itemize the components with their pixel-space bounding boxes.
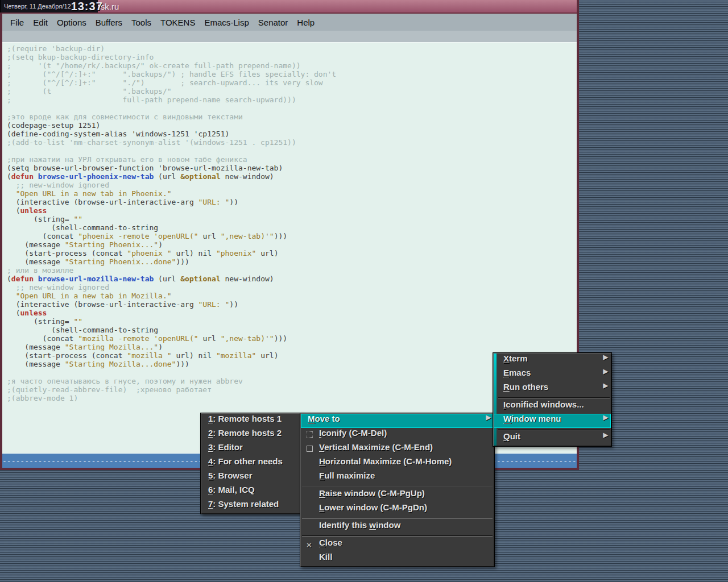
desktop: { "colors":{"desktop":"#52657a","emacs_f… <box>0 0 728 582</box>
menu-separator <box>302 535 493 537</box>
menubar-edit[interactable]: Edit <box>28 18 52 27</box>
line: (unless <box>7 206 577 215</box>
menu-item-quit[interactable]: Quit▶ <box>494 431 611 446</box>
submenu-arrow-icon: ▶ <box>603 431 608 439</box>
line: (start-process (concat "phoenix " url) n… <box>7 249 577 257</box>
menu-item-label: Quit <box>503 431 520 441</box>
menubar-tools[interactable]: Tools <box>127 18 156 27</box>
menu-item-lower-window[interactable]: Lower window (C-M-PgDn) <box>301 502 494 517</box>
menu-item-label: 4: For other needs <box>208 456 283 466</box>
menubar-help[interactable]: Help <box>292 18 319 27</box>
menubar-file[interactable]: File <box>6 18 28 27</box>
line <box>7 402 577 411</box>
menu-item-kill[interactable]: Kill <box>301 552 494 566</box>
line: ;(require 'backup-dir) <box>7 44 577 53</box>
menu-item-label: Lower window (C-M-PgDn) <box>319 502 427 512</box>
menu-item-label: Iconified windows... <box>503 400 584 409</box>
line <box>7 368 577 377</box>
window-ops-menu: Move to▶Iconify (C-M-Del)Vertical Maximi… <box>300 413 495 567</box>
menu-item-for-other-needs[interactable]: 4: For other needs <box>201 456 301 471</box>
menu-item-browser[interactable]: 5: Browser <box>201 471 301 485</box>
line <box>7 104 577 113</box>
vmax-icon <box>307 446 313 452</box>
submenu-arrow-icon: ▶ <box>603 354 608 361</box>
menu-item-identify-this-window[interactable]: Identify this window <box>301 520 494 534</box>
line: (string= "" <box>7 215 577 223</box>
menu-item-xterm[interactable]: Xterm▶ <box>494 354 611 368</box>
menu-item-iconified-windows[interactable]: Iconified windows... <box>494 400 611 414</box>
menu-item-close[interactable]: Close <box>301 538 494 552</box>
line: (message "Starting Phoenix...done"))) <box>7 257 577 266</box>
menu-item-label: Emacs <box>503 368 531 377</box>
line: ;(setq bkup-backup-directory-info <box>7 53 577 61</box>
menu-item-label: Run others <box>503 382 548 392</box>
line: ;я часто опечатываюсь в гнусе, поэтому и… <box>7 377 577 385</box>
menu-item-label: Window menu <box>503 414 561 423</box>
emacs-buffer[interactable]: ;(require 'backup-dir);(setq bkup-backup… <box>2 43 577 454</box>
line: ; full-path prepend-name search-upward))… <box>7 95 577 104</box>
line: (setq browse-url-browser-function 'brows… <box>7 164 577 172</box>
menu-item-label: Raise window (C-M-PgUp) <box>319 488 425 498</box>
menu-item-move-to[interactable]: Move to▶ <box>301 414 494 428</box>
menu-item-label: Xterm <box>503 354 528 363</box>
menu-item-label: 3: Editor <box>208 442 243 452</box>
line: (concat "phoenix -remote 'openURL(" url … <box>7 232 577 240</box>
menu-item-vertical-maximize[interactable]: Vertical Maximize (C-M-End) <box>301 442 494 456</box>
menu-separator <box>498 429 610 430</box>
menu-item-horizontal-maximize[interactable]: Horizontal Maximize (C-M-Home) <box>301 456 494 471</box>
line: ;(abbrev-mode 1) <box>7 394 577 402</box>
line: ; '(t "/home/rk/.backups/" ok-create ful… <box>7 61 577 70</box>
menu-item-remote-hosts-1[interactable]: 1: Remote hosts 1 <box>201 414 301 428</box>
menu-item-editor[interactable]: 3: Editor <box>201 442 301 456</box>
menu-item-label: Vertical Maximize (C-M-End) <box>319 442 433 452</box>
menu-separator <box>498 397 610 398</box>
menu-item-label: Iconify (C-M-Del) <box>319 428 387 438</box>
line: (shell-command-to-string <box>7 326 577 334</box>
emacs-toolbar-strip <box>2 31 577 43</box>
line: ;это вроде как для совместимости с виндо… <box>7 113 577 121</box>
line: (codepage-setup 1251) <box>7 121 577 130</box>
line: ; (t ".backups/" <box>7 87 577 95</box>
menu-item-run-others[interactable]: Run others▶ <box>494 382 611 396</box>
submenu-arrow-icon: ▶ <box>603 414 608 421</box>
line: (message "Starting Phoenix...") <box>7 240 577 249</box>
menubar-tokens[interactable]: TOKENS <box>156 18 200 27</box>
submenu-arrow-icon: ▶ <box>603 382 608 389</box>
menu-item-mail-icq[interactable]: 6: Mail, ICQ <box>201 485 301 499</box>
line: "Open URL in a new tab in Phoenix." <box>7 189 577 198</box>
menu-item-label: 1: Remote hosts 1 <box>208 414 282 423</box>
menu-item-raise-window[interactable]: Raise window (C-M-PgUp) <box>301 488 494 502</box>
line: "Open URL in a new tab in Mozilla." <box>7 292 577 300</box>
menubar-buffers[interactable]: Buffers <box>91 18 127 27</box>
line: ;; new-window ignored <box>7 181 577 189</box>
quick-launch-menu: 1: Remote hosts 12: Remote hosts 23: Edi… <box>200 413 303 514</box>
menu-separator <box>302 486 493 487</box>
emacs-menubar: FileEditOptionsBuffersToolsTOKENSEmacs-L… <box>2 13 577 31</box>
line: ;(add-to-list 'mm-charset-synonym-alist … <box>7 138 577 147</box>
line: (string= "" <box>7 317 577 326</box>
line: ;при нажатии на УРЛ открывать его в ново… <box>7 155 577 164</box>
clock-date: Четверг, 11 Декабря/12 <box>4 3 71 10</box>
menubar-emacs-lisp[interactable]: Emacs-Lisp <box>200 18 253 27</box>
menu-separator <box>302 518 493 519</box>
close-icon <box>307 538 313 544</box>
menu-item-label: Horizontal Maximize (C-M-Home) <box>319 456 452 466</box>
menu-item-label: 2: Remote hosts 2 <box>208 428 282 438</box>
menu-item-full-maximize[interactable]: Full maximize <box>301 471 494 485</box>
menu-item-label: Identify this window <box>319 520 400 530</box>
line: (concat "mozilla -remote 'openURL(" url … <box>7 334 577 343</box>
menu-item-window-menu[interactable]: Window menu▶ <box>494 414 611 428</box>
menu-item-emacs[interactable]: Emacs▶ <box>494 368 611 382</box>
submenu-arrow-icon: ▶ <box>603 368 608 375</box>
line: (defun browse-url-mozilla-new-tab (url &… <box>7 275 577 283</box>
menu-item-iconify[interactable]: Iconify (C-M-Del) <box>301 428 494 442</box>
menu-item-remote-hosts-2[interactable]: 2: Remote hosts 2 <box>201 428 301 442</box>
line: ; или в мозилле <box>7 266 577 275</box>
line: ; ("^/[^/:]+:" "./") ; search-upward... … <box>7 78 577 87</box>
line: (message "Starting Mozilla...") <box>7 343 577 351</box>
menu-item-label: 6: Mail, ICQ <box>208 485 255 494</box>
clock-time: 13:37 <box>71 0 103 13</box>
menu-item-system-related[interactable]: 7: System related <box>201 499 301 513</box>
menubar-options[interactable]: Options <box>52 18 91 27</box>
menubar-senator[interactable]: Senator <box>254 18 293 27</box>
